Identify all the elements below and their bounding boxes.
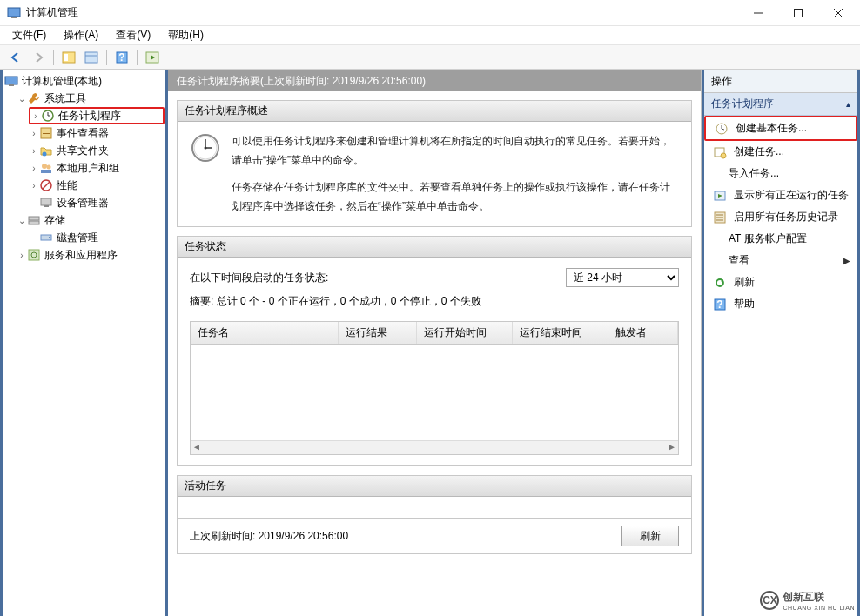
svg-line-27 (43, 182, 50, 189)
help-button[interactable]: ? (111, 48, 132, 67)
status-label: 在以下时间段启动的任务状态: (190, 271, 328, 285)
maximize-button[interactable] (778, 0, 818, 26)
col-trigger[interactable]: 触发者 (608, 322, 678, 344)
center-pane: 任务计划程序摘要(上次刷新时间: 2019/9/26 20:56:00) 任务计… (165, 70, 702, 616)
history-icon (713, 211, 727, 224)
svg-point-23 (42, 164, 47, 169)
forward-button[interactable] (28, 48, 49, 67)
col-end[interactable]: 运行结束时间 (513, 322, 608, 344)
horizontal-scrollbar[interactable] (191, 440, 678, 454)
status-group: 任务状态 在以下时间段启动的任务状态: 近 24 小时 摘要: 总计 0 个 -… (177, 236, 692, 466)
col-name[interactable]: 任务名 (191, 322, 339, 344)
expand-icon[interactable]: › (29, 164, 39, 173)
tree-performance[interactable]: › 性能 (29, 177, 165, 194)
collapse-icon[interactable]: ⌄ (17, 216, 27, 225)
tree-storage[interactable]: ⌄ 存储 (17, 211, 165, 229)
refresh-footer: 上次刷新时间: 2019/9/26 20:56:00 刷新 (177, 519, 692, 554)
center-header: 任务计划程序摘要(上次刷新时间: 2019/9/26 20:56:00) (168, 70, 701, 91)
period-select[interactable]: 近 24 小时 (566, 268, 679, 287)
actions-pane: 操作 任务计划程序 ▴ 创建基本任务... 创建任务... 导入任务... 显示… (702, 70, 860, 616)
action-at-service[interactable]: AT 服务帐户配置 (704, 228, 857, 250)
title-bar: 计算机管理 (0, 0, 860, 26)
expand-icon[interactable]: › (30, 111, 41, 121)
svg-point-22 (43, 152, 47, 157)
expand-icon[interactable]: › (29, 129, 39, 138)
tree-task-scheduler[interactable]: › 任务计划程序 (29, 107, 165, 124)
tree-event-viewer[interactable]: › 事件查看器 (29, 124, 165, 142)
performance-icon (39, 178, 53, 192)
task-new-icon (713, 145, 727, 159)
actions-section[interactable]: 任务计划程序 ▴ (704, 93, 857, 116)
toolbar: ? (0, 45, 860, 70)
event-icon (39, 126, 53, 140)
svg-rect-14 (5, 77, 17, 84)
window-title: 计算机管理 (26, 5, 738, 20)
action-enable-history[interactable]: 启用所有任务历史记录 (704, 206, 857, 228)
help-icon: ? (713, 298, 727, 311)
active-tasks-group: 活动任务 (177, 475, 692, 519)
expand-icon[interactable]: › (29, 181, 39, 191)
services-icon (27, 248, 41, 262)
svg-rect-0 (8, 8, 20, 17)
watermark-logo: CX (760, 591, 779, 610)
svg-rect-21 (43, 133, 50, 134)
svg-rect-31 (29, 221, 39, 224)
users-icon (39, 161, 53, 175)
svg-text:?: ? (118, 51, 124, 64)
action-view[interactable]: 查看 ▶ (704, 250, 857, 271)
tree-device-manager[interactable]: › 设备管理器 (29, 194, 165, 211)
svg-rect-8 (85, 52, 97, 63)
action-import-task[interactable]: 导入任务... (704, 163, 857, 184)
task-table-body (191, 345, 678, 440)
action-create-task[interactable]: 创建任务... (704, 141, 857, 163)
minimize-button[interactable] (738, 0, 778, 26)
tree-disk-mgmt[interactable]: › 磁盘管理 (29, 229, 165, 246)
watermark: CX 创新互联 CHUANG XIN HU LIAN (760, 590, 855, 611)
tree-services-apps[interactable]: › 服务和应用程序 (17, 246, 165, 264)
tree-root[interactable]: 计算机管理(本地) (4, 72, 165, 90)
menu-view[interactable]: 查看(V) (107, 26, 159, 44)
svg-rect-30 (29, 217, 39, 220)
back-button[interactable] (5, 48, 26, 67)
svg-rect-29 (44, 205, 49, 207)
svg-point-24 (47, 165, 51, 170)
action-create-basic-task[interactable]: 创建基本任务... (704, 116, 857, 141)
svg-rect-34 (29, 250, 39, 260)
menu-file[interactable]: 文件(F) (3, 26, 55, 44)
svg-point-45 (721, 153, 726, 158)
action-show-running[interactable]: 显示所有正在运行的任务 (704, 184, 857, 206)
menu-bar: 文件(F) 操作(A) 查看(V) 帮助(H) (0, 26, 860, 45)
action-help[interactable]: ? 帮助 (704, 293, 857, 315)
app-icon (7, 6, 21, 20)
close-button[interactable] (818, 0, 858, 26)
collapse-icon[interactable]: ⌄ (17, 94, 27, 104)
refresh-button[interactable]: 刷新 (621, 526, 679, 546)
tree-local-users[interactable]: › 本地用户和组 (29, 159, 165, 177)
active-tasks-title: 活动任务 (178, 476, 691, 497)
navigation-tree[interactable]: 计算机管理(本地) ⌄ 系统工具 › (0, 70, 165, 616)
properties-button[interactable] (81, 48, 102, 67)
expand-icon[interactable]: › (17, 251, 27, 260)
tree-shared-folders[interactable]: › 共享文件夹 (29, 142, 165, 159)
tree-system-tools[interactable]: ⌄ 系统工具 (17, 90, 165, 107)
show-hide-tree-button[interactable] (58, 48, 79, 67)
folder-share-icon (39, 144, 53, 157)
svg-rect-3 (795, 9, 803, 17)
expand-icon[interactable]: › (29, 146, 39, 156)
col-result[interactable]: 运行结果 (339, 322, 417, 344)
wrench-icon (27, 91, 41, 105)
clock-new-icon (715, 122, 729, 136)
col-start[interactable]: 运行开始时间 (417, 322, 513, 344)
svg-point-33 (49, 237, 50, 238)
menu-help[interactable]: 帮助(H) (159, 26, 212, 44)
menu-action[interactable]: 操作(A) (55, 26, 107, 44)
computer-icon (4, 74, 18, 88)
svg-rect-7 (64, 54, 68, 61)
clock-icon (190, 132, 221, 164)
run-button[interactable] (142, 48, 163, 67)
status-title: 任务状态 (178, 237, 691, 258)
overview-group: 任务计划程序概述 可以使用任务计划程序来创建和管理计算机将在所指定的时间自动执行… (177, 100, 692, 227)
svg-rect-15 (9, 84, 14, 86)
task-table: 任务名 运行结果 运行开始时间 运行结束时间 触发者 (190, 321, 679, 455)
action-refresh[interactable]: 刷新 (704, 271, 857, 293)
